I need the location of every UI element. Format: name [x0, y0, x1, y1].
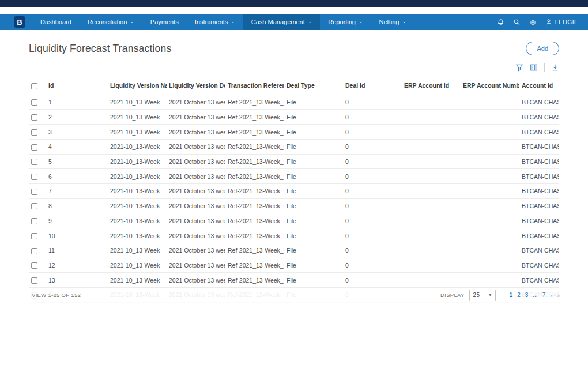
- cell-version-name: 2021-10_13-Week: [108, 125, 167, 140]
- nav-item-label: Dashboard: [40, 18, 71, 25]
- nav-item-reporting[interactable]: Reporting ⌄: [320, 14, 371, 30]
- cell-deal-type: File: [284, 273, 343, 288]
- nav-item-netting[interactable]: Netting ⌄: [371, 14, 414, 30]
- cell-erp-account-number: [461, 139, 519, 154]
- row-checkbox[interactable]: [31, 159, 37, 165]
- column-header-liquidity-version-desc[interactable]: Liquidity Version De...: [167, 77, 225, 95]
- add-button[interactable]: Add: [526, 42, 559, 55]
- column-header-erp-account-number[interactable]: ERP Account Number: [461, 77, 519, 95]
- table-row[interactable]: 72021-10_13-Week2021 October 13 week fo.…: [29, 184, 559, 199]
- gear-icon[interactable]: [529, 18, 537, 26]
- page-number-7[interactable]: 7: [542, 292, 546, 298]
- row-checkbox[interactable]: [31, 144, 37, 151]
- table-row[interactable]: 22021-10_13-Week2021 October 13 week fo.…: [29, 110, 559, 125]
- table-row[interactable]: 52021-10_13-Week2021 October 13 week fo.…: [29, 154, 559, 169]
- view-range-text: VIEW 1-25 OF 152: [29, 292, 81, 298]
- table-row[interactable]: 122021-10_13-Week2021 October 13 week fo…: [29, 258, 559, 273]
- row-checkbox[interactable]: [31, 174, 37, 180]
- nav-item-payments[interactable]: Payments: [142, 14, 187, 30]
- cell-version-desc: 2021 October 13 week fo...: [167, 198, 225, 213]
- select-all-checkbox[interactable]: [31, 83, 37, 89]
- chevron-down-icon: ▾: [489, 292, 491, 298]
- person-icon: [545, 18, 552, 25]
- cell-deal-type: File: [284, 139, 343, 154]
- row-checkbox[interactable]: [31, 262, 37, 269]
- cell-version-desc: 2021 October 13 week fo...: [167, 273, 225, 288]
- cell-id: 9: [46, 213, 108, 228]
- column-header-deal-type[interactable]: Deal Type: [284, 77, 343, 95]
- cell-txn-ref: Ref-2021_13-Week_007: [225, 184, 284, 199]
- table-row[interactable]: 82021-10_13-Week2021 October 13 week fo.…: [29, 198, 559, 213]
- cell-version-name: 2021-10_13-Week: [108, 184, 167, 199]
- table-row[interactable]: 62021-10_13-Week2021 October 13 week fo.…: [29, 169, 559, 184]
- filter-icon[interactable]: [515, 63, 523, 72]
- cell-deal-id: 0: [343, 198, 402, 213]
- cell-account-id: BTCAN-CHAS-USD: [519, 243, 559, 258]
- cell-version-desc: 2021 October 13 week fo...: [167, 154, 225, 169]
- row-checkbox-cell: [29, 243, 46, 258]
- cell-version-name: 2021-10_13-Week: [108, 273, 167, 288]
- row-checkbox[interactable]: [31, 277, 37, 284]
- table-row[interactable]: 112021-10_13-Week2021 October 13 week fo…: [29, 243, 559, 258]
- user-menu[interactable]: LEOGIL: [545, 18, 578, 25]
- column-header-transaction-reference[interactable]: Transaction Referen...: [225, 77, 284, 95]
- cell-account-id: BTCAN-CHAS-USD: [519, 154, 559, 169]
- cell-deal-id: 0: [343, 95, 402, 110]
- row-checkbox[interactable]: [31, 218, 37, 224]
- main-content: Liquidity Forecast Transactions Add: [0, 42, 588, 303]
- row-checkbox[interactable]: [31, 114, 37, 121]
- column-header-id[interactable]: Id: [46, 77, 108, 95]
- cell-deal-id: 0: [343, 243, 402, 258]
- nav-item-cash-management[interactable]: Cash Management ⌄: [243, 14, 321, 30]
- table-row[interactable]: 12021-10_13-Week2021 October 13 week fo.…: [29, 95, 559, 110]
- cell-txn-ref: Ref-2021_13-Week_004: [225, 139, 284, 154]
- row-checkbox[interactable]: [31, 99, 37, 106]
- nav-right: LEOGIL: [497, 14, 588, 30]
- table-row[interactable]: 102021-10_13-Week2021 October 13 week fo…: [29, 228, 559, 243]
- table-row[interactable]: 92021-10_13-Week2021 October 13 week fo.…: [29, 213, 559, 228]
- nav-item-dashboard[interactable]: Dashboard: [32, 14, 80, 30]
- page-number-3[interactable]: 3: [525, 292, 529, 298]
- cell-account-id: BTCAN-CHAS-USD: [519, 228, 559, 243]
- bell-icon[interactable]: [497, 18, 504, 26]
- cell-version-desc: 2021 October 13 week fo...: [167, 184, 225, 199]
- column-header-liquidity-version-name[interactable]: Liquidity Version Na...: [108, 77, 167, 95]
- row-checkbox[interactable]: [31, 248, 37, 254]
- cell-erp-account-id: [402, 95, 461, 110]
- page-size-select[interactable]: 25 ▾: [469, 290, 496, 301]
- cell-deal-type: File: [284, 95, 343, 110]
- page-number-2[interactable]: 2: [517, 292, 521, 298]
- row-checkbox[interactable]: [31, 129, 37, 136]
- last-page-icon[interactable]: »: [557, 292, 559, 299]
- row-checkbox[interactable]: [31, 189, 37, 195]
- table-footer: VIEW 1-25 OF 152 DISPLAY 25 ▾ 1 2 3 ... …: [29, 288, 559, 303]
- download-icon[interactable]: [551, 63, 559, 72]
- cell-erp-account-number: [461, 228, 519, 243]
- cell-erp-account-number: [461, 95, 519, 110]
- table-row[interactable]: 32021-10_13-Week2021 October 13 week fo.…: [29, 125, 559, 140]
- table-toolbar: [29, 63, 559, 72]
- cell-txn-ref: Ref-2021_13-Week_002: [225, 243, 284, 258]
- nav-item-instruments[interactable]: Instruments ⌄: [187, 14, 243, 30]
- column-header-erp-account-id[interactable]: ERP Account Id: [402, 77, 461, 95]
- row-checkbox[interactable]: [31, 203, 37, 209]
- row-checkbox[interactable]: [31, 233, 37, 239]
- nav-gap: [0, 7, 588, 14]
- column-header-account-id[interactable]: Account Id: [519, 77, 559, 95]
- nav-item-reconciliation[interactable]: Reconciliation ⌄: [80, 14, 142, 30]
- cell-txn-ref: Ref-2021_13-Week_008: [225, 198, 284, 213]
- row-checkbox-cell: [29, 169, 46, 184]
- table-row[interactable]: 42021-10_13-Week2021 October 13 week fo.…: [29, 139, 559, 154]
- column-header-deal-id[interactable]: Deal Id: [343, 77, 402, 95]
- cell-version-name: 2021-10_13-Week: [108, 139, 167, 154]
- page-number-1[interactable]: 1: [510, 292, 513, 298]
- columns-icon[interactable]: [530, 63, 538, 72]
- table-row[interactable]: 132021-10_13-Week2021 October 13 week fo…: [29, 273, 559, 288]
- cell-deal-id: 0: [343, 110, 402, 125]
- app-logo[interactable]: B: [0, 14, 32, 30]
- next-page-icon[interactable]: ›: [550, 292, 552, 299]
- cell-version-desc: 2021 October 13 week fo...: [167, 169, 225, 184]
- cell-deal-type: File: [284, 125, 343, 140]
- search-icon[interactable]: [513, 18, 521, 26]
- cell-txn-ref: Ref-2021_13-Week_005: [225, 154, 284, 169]
